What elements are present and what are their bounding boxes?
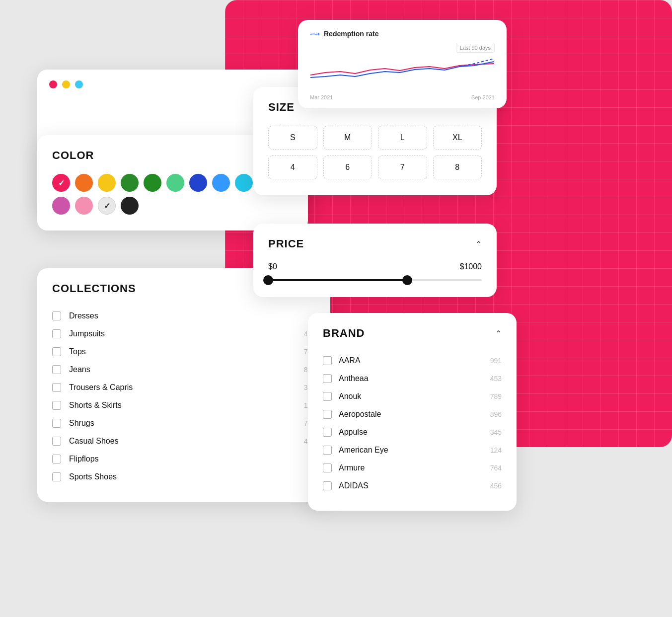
brand-checkbox-adidas[interactable] [323, 481, 332, 490]
price-min-label: $0 [268, 262, 277, 271]
minimize-button[interactable] [62, 80, 70, 88]
price-slider-fill [268, 279, 407, 281]
maximize-button[interactable] [75, 80, 83, 88]
brand-list: AARA 991 Antheaa 453 Anouk 789 Aeroposta… [323, 352, 502, 495]
collection-name: Casual Shoes [69, 437, 300, 446]
color-swatch-red[interactable]: ✓ [52, 174, 70, 192]
brand-checkbox-appulse[interactable] [323, 428, 332, 437]
collections-checkbox-sports-shoes[interactable] [52, 472, 61, 481]
price-range-labels: $0 $1000 [268, 262, 482, 271]
brand-checkbox-anouk[interactable] [323, 392, 332, 401]
size-grid: S M L XL 4 6 7 8 [268, 126, 482, 179]
list-item: Jeans 896 [52, 361, 315, 379]
brand-checkbox-armure[interactable] [323, 463, 332, 472]
size-btn-xl[interactable]: XL [433, 126, 482, 150]
list-item: Anouk 789 [323, 387, 502, 405]
price-section-title: PRICE [268, 237, 304, 250]
list-item: AARA 991 [323, 352, 502, 370]
size-btn-7[interactable]: 7 [378, 155, 427, 179]
brand-name: Armure [339, 463, 490, 472]
collections-filter-panel: COLLECTIONS ⌃ Dresses Jumpsuits 453 Tops… [37, 268, 330, 502]
collections-checkbox-jeans[interactable] [52, 365, 61, 374]
price-section-header: PRICE ⌃ [268, 237, 482, 250]
size-btn-6[interactable]: 6 [323, 155, 373, 179]
collections-checkbox-dresses[interactable] [52, 311, 61, 320]
color-swatch-black[interactable] [121, 197, 139, 215]
price-max-label: $1000 [460, 262, 482, 271]
brand-checkbox-american-eye[interactable] [323, 446, 332, 455]
list-item: Dresses [52, 307, 315, 325]
brand-name: AARA [339, 356, 490, 365]
brand-checkbox-antheaa[interactable] [323, 374, 332, 383]
collection-name: Dresses [69, 311, 311, 320]
brand-count: 764 [490, 464, 502, 472]
collections-checkbox-jumpsuits[interactable] [52, 329, 61, 338]
chart-date-start: Mar 2021 [310, 94, 333, 100]
color-swatch-light-gray[interactable]: ✓ [98, 197, 116, 215]
color-swatch-light-blue[interactable] [235, 174, 253, 192]
collections-checkbox-shorts[interactable] [52, 401, 61, 410]
chart-dates: Mar 2021 Sep 2021 [310, 94, 495, 100]
price-slider-track[interactable] [268, 279, 482, 281]
collection-name: Sports Shoes [69, 472, 307, 481]
chart-title: Redemption rate [324, 30, 378, 38]
list-item: Armure 764 [323, 459, 502, 477]
collections-checkbox-shrugs[interactable] [52, 419, 61, 428]
collections-checkbox-casual-shoes[interactable] [52, 437, 61, 446]
color-swatch-orange[interactable] [75, 174, 93, 192]
chart-date-end: Sep 2021 [471, 94, 495, 100]
collections-checkbox-trousers[interactable] [52, 383, 61, 392]
brand-name: ADIDAS [339, 481, 490, 490]
close-button[interactable] [49, 80, 57, 88]
color-swatch-pink[interactable] [75, 197, 93, 215]
redemption-rate-chart-panel: ⟿ Redemption rate Last 90 days Mar 2021 … [298, 20, 507, 108]
brand-chevron-icon[interactable]: ⌃ [495, 329, 502, 338]
size-btn-m[interactable]: M [323, 126, 373, 150]
list-item: Appulse 345 [323, 423, 502, 441]
color-swatch-mint[interactable] [166, 174, 184, 192]
collection-name: Jumpsuits [69, 329, 300, 338]
collection-name: Tops [69, 347, 300, 356]
color-swatch-yellow[interactable] [98, 174, 116, 192]
list-item: Casual Shoes 456 [52, 432, 315, 450]
list-item: Tops 789 [52, 343, 315, 361]
brand-section-title: BRAND [323, 327, 365, 340]
brand-name: Antheaa [339, 374, 490, 383]
size-btn-s[interactable]: S [268, 126, 317, 150]
brand-name: Appulse [339, 428, 490, 437]
collection-name: Flipflops [69, 455, 303, 463]
collection-name: Trousers & Capris [69, 383, 300, 392]
list-item: Antheaa 453 [323, 370, 502, 387]
price-chevron-icon[interactable]: ⌃ [475, 239, 482, 249]
collections-checkbox-tops[interactable] [52, 347, 61, 356]
brand-section-header: BRAND ⌃ [323, 327, 502, 340]
color-swatch-blue[interactable] [212, 174, 230, 192]
brand-count: 124 [490, 446, 502, 454]
size-btn-4[interactable]: 4 [268, 155, 317, 179]
color-swatch-dark-blue[interactable] [189, 174, 207, 192]
color-swatch-dark-green[interactable] [121, 174, 139, 192]
color-swatch-green[interactable] [144, 174, 161, 192]
chart-title-row: ⟿ Redemption rate [310, 30, 495, 38]
brand-count: 456 [490, 482, 502, 490]
brand-name: Anouk [339, 392, 490, 401]
list-item: Flipflops 21 [52, 450, 315, 468]
collections-section-title: COLLECTIONS [52, 282, 136, 295]
collections-checkbox-flipflops[interactable] [52, 455, 61, 463]
size-btn-l[interactable]: L [378, 126, 427, 150]
size-btn-8[interactable]: 8 [433, 155, 482, 179]
brand-checkbox-aara[interactable] [323, 356, 332, 365]
collections-list: Dresses Jumpsuits 453 Tops 789 Jeans 896… [52, 307, 315, 486]
list-item: Trousers & Capris 345 [52, 379, 315, 396]
color-swatch-mauve[interactable] [52, 197, 70, 215]
brand-count: 453 [490, 375, 502, 383]
brand-checkbox-aeropostale[interactable] [323, 410, 332, 419]
brand-filter-panel: BRAND ⌃ AARA 991 Antheaa 453 Anouk 789 A… [308, 313, 517, 511]
brand-count: 345 [490, 428, 502, 436]
price-slider-thumb-right[interactable] [402, 275, 412, 285]
price-slider-thumb-left[interactable] [263, 275, 273, 285]
list-item: Sports Shoes 3 [52, 468, 315, 486]
list-item: Aeropostale 896 [323, 405, 502, 423]
chart-area: Last 90 days [310, 43, 495, 92]
collection-name: Shorts & Skirts [69, 401, 300, 410]
